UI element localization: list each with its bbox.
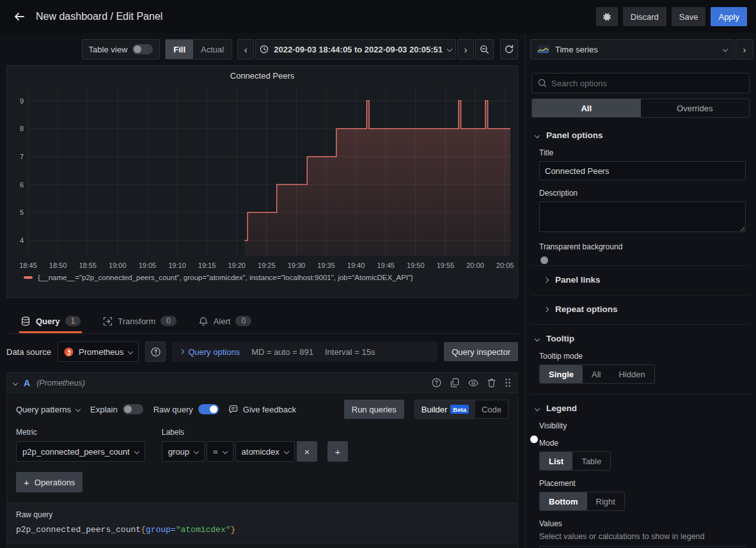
visualization-panel: Connected Peers 18:4518:5018:5519:0019:0… xyxy=(6,65,518,298)
run-queries-button[interactable]: Run queries xyxy=(344,400,404,419)
metric-select[interactable]: p2p_connected_peers_count xyxy=(16,441,145,462)
legend-series-swatch[interactable] xyxy=(24,276,33,279)
actual-button[interactable]: Actual xyxy=(193,40,232,59)
code-mode-button[interactable]: Code xyxy=(475,400,508,418)
svg-text:5: 5 xyxy=(20,208,24,216)
discard-button[interactable]: Discard xyxy=(623,7,666,26)
toggle-knob xyxy=(210,405,217,413)
metric-labels-section: Metric p2p_connected_peers_count Labels … xyxy=(7,425,517,471)
viz-suggestions-button[interactable]: › xyxy=(736,39,753,59)
panel-options-header[interactable]: Panel options xyxy=(535,130,746,140)
tab-query[interactable]: Query 1 xyxy=(19,316,82,333)
remove-query-button[interactable] xyxy=(487,378,496,388)
hide-query-button[interactable] xyxy=(468,379,478,387)
datasource-picker[interactable]: Prometheus xyxy=(58,341,139,362)
builder-mode-button[interactable]: Builder Beta xyxy=(415,400,475,418)
tab-alert[interactable]: Alert 0 xyxy=(197,316,253,333)
raw-query-brace: } xyxy=(231,525,236,535)
tab-transform[interactable]: Transform 0 xyxy=(101,316,177,333)
label-operator-select[interactable]: = xyxy=(207,441,233,462)
tooltip-all-button[interactable]: All xyxy=(583,365,610,383)
legend-placement-bottom-button[interactable]: Bottom xyxy=(540,492,587,510)
query-builder-toolbar: Query patterns Explain Raw query Give fe… xyxy=(7,393,517,425)
query-options-bar: Query options MD = auto = 891 Interval =… xyxy=(172,341,437,362)
query-options-toggle[interactable]: Query options xyxy=(180,347,240,357)
zoom-out-button[interactable] xyxy=(475,39,494,59)
add-label-filter-button[interactable]: + xyxy=(327,441,348,462)
svg-text:18:50: 18:50 xyxy=(49,262,67,269)
back-button[interactable] xyxy=(9,6,29,27)
panel-resize-handle[interactable] xyxy=(6,298,518,311)
give-feedback-link[interactable]: Give feedback xyxy=(229,405,296,414)
legend-visibility-label: Visibility xyxy=(539,421,746,430)
label-name-select[interactable]: group xyxy=(162,441,205,462)
raw-query-control: Raw query xyxy=(154,404,219,414)
label-value-select[interactable]: atomicdex xyxy=(235,441,295,462)
explain-toggle[interactable] xyxy=(123,404,143,414)
drag-handle[interactable] xyxy=(505,378,511,388)
svg-text:19:35: 19:35 xyxy=(317,262,335,269)
raw-query-toggle[interactable] xyxy=(198,404,219,414)
panel-title-input[interactable] xyxy=(539,161,746,180)
query-inspector-button[interactable]: Query inspector xyxy=(444,342,518,361)
svg-text:19:30: 19:30 xyxy=(288,262,306,269)
time-range-forward-button[interactable]: › xyxy=(457,39,474,59)
legend-heading: Legend xyxy=(546,403,577,413)
legend-placement-right-button[interactable]: Right xyxy=(587,492,624,510)
prometheus-flame-icon xyxy=(64,347,74,357)
toggle-knob xyxy=(124,405,132,413)
timeseries-chart[interactable]: 18:4518:5018:5519:0019:0519:1019:1519:20… xyxy=(9,82,516,272)
datasource-help-button[interactable] xyxy=(145,341,166,362)
svg-text:20:05: 20:05 xyxy=(496,262,514,269)
legend-values-field: Values Select values or calculations to … xyxy=(539,519,746,548)
tooltip-single-button[interactable]: Single xyxy=(540,365,583,383)
svg-text:19:25: 19:25 xyxy=(258,262,276,269)
section-repeat-options: Repeat options xyxy=(532,295,750,315)
query-patterns-dropdown[interactable]: Query patterns xyxy=(16,405,80,414)
search-options-input[interactable] xyxy=(551,79,743,88)
search-options-box xyxy=(532,73,750,93)
save-button[interactable]: Save xyxy=(672,7,706,26)
refresh-button[interactable] xyxy=(500,39,518,59)
chevron-right-icon xyxy=(179,349,184,354)
time-range-text: 2022-09-03 18:44:05 to 2022-09-03 20:05:… xyxy=(274,45,443,54)
add-operations-button[interactable]: + Operations xyxy=(16,472,83,492)
chevron-down-icon xyxy=(535,132,540,137)
page-title: New dashboard / Edit Panel xyxy=(36,11,162,22)
svg-text:9: 9 xyxy=(20,97,24,105)
metric-field: Metric p2p_connected_peers_count xyxy=(16,428,145,462)
table-view-toggle[interactable] xyxy=(132,44,153,54)
query-patterns-label: Query patterns xyxy=(16,405,71,414)
duplicate-query-button[interactable] xyxy=(450,378,459,388)
panel-links-header[interactable]: Panel links xyxy=(544,275,746,285)
tab-query-label: Query xyxy=(36,317,60,326)
give-feedback-label: Give feedback xyxy=(243,405,296,414)
x-axis-labels: 18:4518:5018:5519:0019:0519:1019:1519:20… xyxy=(19,262,514,269)
legend-header[interactable]: Legend xyxy=(535,403,746,413)
query-header-row[interactable]: A (Prometheus) xyxy=(7,373,517,393)
chevron-down-icon xyxy=(75,407,81,412)
tab-overrides[interactable]: Overrides xyxy=(641,99,750,117)
tooltip-hidden-button[interactable]: Hidden xyxy=(610,365,654,383)
legend-mode-table-button[interactable]: Table xyxy=(572,452,610,470)
apply-button[interactable]: Apply xyxy=(711,7,747,26)
panel-description-input[interactable] xyxy=(539,201,746,232)
viz-type-select[interactable]: Time series xyxy=(530,39,734,59)
datasource-label: Data source xyxy=(6,347,51,357)
time-range-back-button[interactable]: ‹ xyxy=(237,39,254,59)
legend-values-label: Values xyxy=(539,519,746,528)
label-name-value: group xyxy=(168,447,189,457)
section-panel-options: Panel options Title Description Transpar… xyxy=(532,121,750,256)
legend-series-name[interactable]: {__name__="p2p_connected_peers_count", g… xyxy=(38,274,413,281)
tooltip-header[interactable]: Tooltip xyxy=(535,334,746,343)
remove-label-filter-button[interactable]: × xyxy=(297,441,317,462)
fill-button[interactable]: Fill xyxy=(166,40,193,59)
time-range-button[interactable]: 2022-09-03 18:44:05 to 2022-09-03 20:05:… xyxy=(255,39,456,59)
collapse-query-icon[interactable] xyxy=(13,380,18,385)
label-operator-value: = xyxy=(213,447,218,457)
repeat-options-header[interactable]: Repeat options xyxy=(544,304,746,314)
panel-settings-button[interactable] xyxy=(596,7,618,26)
legend-mode-list-button[interactable]: List xyxy=(540,452,572,470)
query-help-button[interactable] xyxy=(432,378,441,388)
tab-all-options[interactable]: All xyxy=(532,99,641,117)
